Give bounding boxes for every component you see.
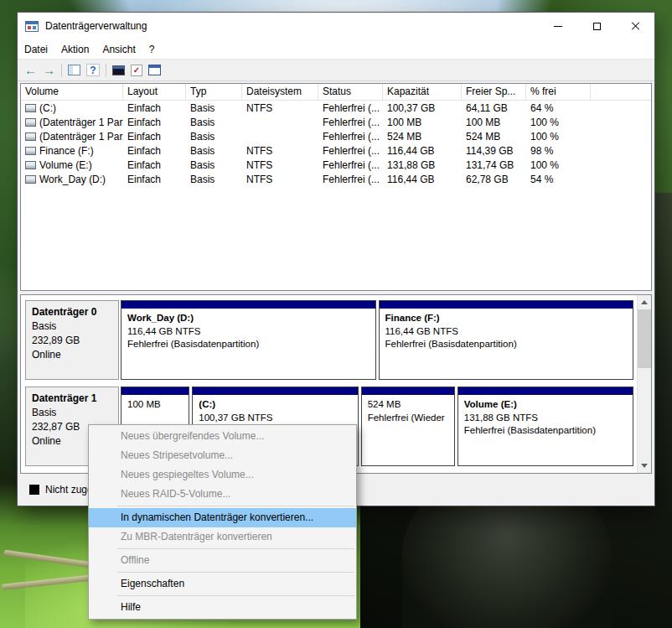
table-row[interactable]: (C:) Einfach Basis NTFS Fehlerfrei (... … [21, 101, 651, 115]
disk-type: Basis [32, 319, 112, 334]
partition-type-bar [121, 301, 375, 309]
scroll-up-icon[interactable] [638, 295, 651, 309]
partition-size: 100,37 GB NTFS [199, 412, 351, 425]
cell-kapazitaet: 131,88 GB [383, 159, 462, 171]
disk-capacity: 232,89 GB [32, 334, 112, 348]
column-header-dateisystem[interactable]: Dateisystem [242, 84, 318, 100]
cell-prozent-frei: 100 % [526, 117, 591, 128]
cell-kapazitaet: 100 MB [383, 117, 462, 128]
disk-0-row: Datenträger 0 Basis 232,89 GB Online Wor… [25, 300, 633, 380]
column-header-prozent-frei[interactable]: % frei [526, 84, 591, 100]
scroll-down-icon[interactable] [638, 459, 651, 473]
partition-label: Finance (F:) [385, 312, 628, 325]
cell-status: Fehlerfrei (... [318, 159, 383, 171]
menu-datei[interactable]: Datei [18, 41, 54, 58]
cell-volume: (C:) [39, 102, 56, 114]
partition-type-bar [121, 387, 189, 395]
volume-list: Volume Layout Typ Dateisystem Status Kap… [20, 83, 652, 291]
disk-view-icon[interactable] [148, 65, 161, 75]
partition-type-bar [380, 301, 633, 309]
cell-kapazitaet: 524 MB [383, 131, 462, 143]
scrollbar-thumb[interactable] [638, 309, 651, 368]
close-button[interactable] [616, 13, 654, 39]
cell-layout: Einfach [123, 159, 186, 171]
column-header-kapazitaet[interactable]: Kapazität [383, 84, 462, 100]
table-row[interactable]: Finance (F:) Einfach Basis NTFS Fehlerfr… [21, 143, 651, 158]
help-icon[interactable]: ? [86, 64, 100, 76]
partition-size: 116,44 GB NTFS [127, 325, 370, 339]
cell-layout: Einfach [123, 117, 186, 128]
partition-label: (C:) [199, 398, 351, 412]
cell-freier-sp: 131,74 GB [462, 159, 526, 171]
disk-0-header[interactable]: Datenträger 0 Basis 232,89 GB Online [25, 300, 119, 380]
partition-recovery-524mb[interactable]: 524 MB Fehlerfrei (Wieder [361, 387, 455, 466]
cell-kapazitaet: 116,44 GB [383, 174, 462, 185]
menu-separator [117, 548, 354, 549]
partition-volume-e[interactable]: Volume (E:) 131,88 GB NTFS Fehlerfrei (B… [457, 387, 633, 466]
partition-label: Volume (E:) [464, 398, 627, 412]
partition-finance-f[interactable]: Finance (F:) 116,44 GB NTFS Fehlerfrei (… [379, 300, 634, 380]
minimize-icon [554, 26, 562, 27]
cell-dateisystem: NTFS [242, 145, 318, 157]
menu-item-properties[interactable]: Eigenschaften [89, 574, 356, 594]
menu-bar: Datei Aktion Ansicht ? [18, 39, 654, 59]
minimize-button[interactable] [539, 13, 577, 39]
menu-item-new-striped-volume[interactable]: Neues Stripesetvolume... [89, 446, 356, 465]
console-tree-icon[interactable] [68, 65, 80, 75]
menu-hilfe[interactable]: ? [142, 41, 162, 58]
column-header-freier-sp[interactable]: Freier Sp... [462, 84, 526, 100]
table-row[interactable]: Volume (E:) Einfach Basis NTFS Fehlerfre… [21, 158, 651, 172]
toolbar-separator [61, 64, 62, 77]
partition-type-bar [458, 387, 633, 395]
column-header-typ[interactable]: Typ [186, 84, 242, 100]
disk-pane-scrollbar[interactable] [637, 295, 651, 473]
menu-item-convert-to-mbr-disk[interactable]: Zu MBR-Datenträger konvertieren [89, 527, 356, 547]
maximize-button[interactable] [577, 13, 616, 39]
forward-icon[interactable]: → [43, 64, 55, 76]
disk-name: Datenträger 0 [32, 305, 112, 319]
checklist-icon[interactable]: ✓ [131, 65, 142, 76]
cell-volume: (Datenträger 1 Par... [39, 131, 123, 143]
menu-item-new-spanned-volume[interactable]: Neues übergreifendes Volume... [89, 427, 356, 446]
volume-icon [25, 161, 36, 169]
menu-item-new-raid5-volume[interactable]: Neues RAID-5-Volume... [89, 485, 356, 504]
back-icon[interactable]: ← [24, 64, 37, 76]
maximize-icon [593, 23, 601, 30]
cell-prozent-frei: 64 % [526, 102, 591, 114]
menu-aktion[interactable]: Aktion [54, 41, 96, 58]
menu-item-help[interactable]: Hilfe [89, 598, 356, 617]
column-header-volume[interactable]: Volume [21, 84, 123, 100]
table-row[interactable]: (Datenträger 1 Par... Einfach Basis Fehl… [21, 115, 651, 129]
partition-size: 524 MB [368, 398, 448, 412]
cell-dateisystem: NTFS [242, 174, 318, 185]
partition-type-bar [193, 387, 357, 395]
cell-status: Fehlerfrei (... [318, 174, 383, 185]
title-bar: Datenträgerverwaltung [18, 13, 654, 39]
cell-volume: Work_Day (D:) [39, 174, 106, 185]
unallocated-swatch [29, 485, 39, 495]
cell-dateisystem: NTFS [242, 159, 318, 171]
cell-layout: Einfach [123, 102, 186, 114]
cell-freier-sp: 62,78 GB [462, 174, 526, 185]
cell-typ: Basis [186, 174, 242, 185]
cell-freier-sp: 524 MB [462, 131, 526, 143]
cell-volume: Finance (F:) [39, 145, 94, 157]
cell-prozent-frei: 100 % [526, 131, 591, 143]
partition-workday-d[interactable]: Work_Day (D:) 116,44 GB NTFS Fehlerfrei … [121, 300, 376, 380]
cell-layout: Einfach [123, 131, 186, 143]
partition-status: Fehlerfrei (Basisdatenpartition) [385, 338, 628, 351]
console-window-icon[interactable] [112, 65, 125, 75]
disk-status: Online [32, 348, 112, 362]
cell-freier-sp: 100 MB [462, 117, 526, 128]
table-row[interactable]: Work_Day (D:) Einfach Basis NTFS Fehlerf… [21, 172, 651, 186]
menu-item-convert-to-dynamic-disk[interactable]: In dynamischen Datenträger konvertieren.… [89, 508, 356, 527]
column-header-status[interactable]: Status [318, 84, 383, 100]
cell-volume: Volume (E:) [39, 159, 92, 171]
column-header-layout[interactable]: Layout [123, 84, 186, 100]
table-row[interactable]: (Datenträger 1 Par... Einfach Basis Fehl… [21, 129, 651, 143]
menu-item-new-mirrored-volume[interactable]: Neues gespiegeltes Volume... [89, 465, 356, 485]
window-controls [539, 13, 654, 39]
menu-ansicht[interactable]: Ansicht [96, 41, 142, 58]
menu-item-offline[interactable]: Offline [89, 551, 356, 570]
cell-status: Fehlerfrei (... [318, 145, 383, 157]
